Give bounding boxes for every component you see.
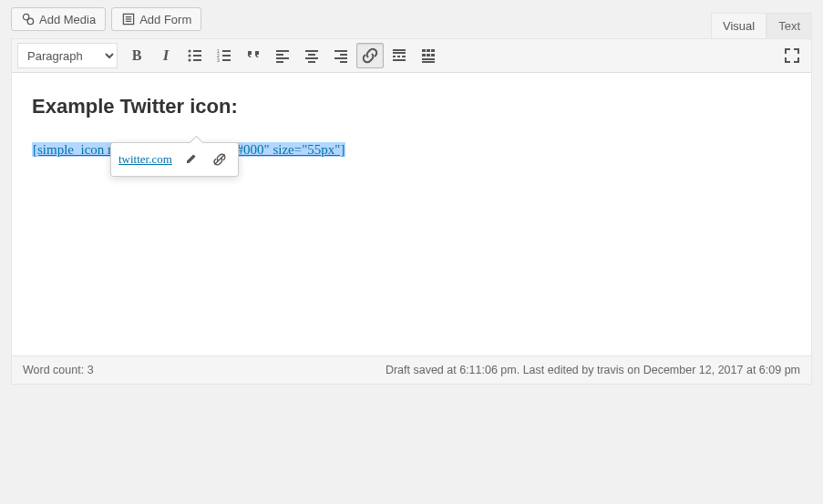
editor-container: Paragraph B I 123 <box>11 38 812 385</box>
svg-rect-24 <box>305 57 318 59</box>
link-button[interactable] <box>356 43 384 68</box>
add-media-label: Add Media <box>39 13 96 26</box>
quote-icon <box>244 46 262 65</box>
align-right-button[interactable] <box>327 43 355 68</box>
svg-rect-20 <box>276 57 289 59</box>
tab-text[interactable]: Text <box>766 13 812 38</box>
svg-point-6 <box>189 50 191 53</box>
tab-visual[interactable]: Visual <box>711 13 766 38</box>
svg-rect-38 <box>431 49 435 52</box>
svg-rect-11 <box>193 59 201 61</box>
bold-button[interactable]: B <box>123 43 150 68</box>
format-select[interactable]: Paragraph <box>17 43 118 68</box>
blockquote-button[interactable] <box>240 43 267 68</box>
save-info: Draft saved at 6:11:06 pm. Last edited b… <box>386 364 800 376</box>
svg-rect-42 <box>422 58 435 60</box>
svg-rect-41 <box>431 54 435 57</box>
media-icon <box>21 12 36 26</box>
add-form-label: Add Form <box>139 13 191 26</box>
toolbar-toggle-button[interactable] <box>415 43 442 68</box>
toolbar: Paragraph B I 123 <box>12 39 811 73</box>
editor-content-area[interactable]: Example Twitter icon: [simple_icon name=… <box>12 73 811 355</box>
numbered-list-button[interactable]: 123 <box>211 43 238 68</box>
svg-rect-13 <box>222 50 231 52</box>
svg-rect-34 <box>402 56 406 57</box>
svg-rect-19 <box>276 54 283 56</box>
unlink-icon <box>212 152 227 167</box>
svg-point-1 <box>27 18 33 24</box>
form-icon <box>121 12 136 26</box>
svg-rect-30 <box>393 49 406 51</box>
align-left-button[interactable] <box>269 43 296 68</box>
svg-rect-21 <box>276 61 283 63</box>
svg-rect-32 <box>393 56 396 57</box>
svg-rect-37 <box>427 49 430 52</box>
pencil-icon <box>183 152 198 167</box>
svg-rect-33 <box>397 56 400 57</box>
status-bar: Word count: 3 Draft saved at 6:11:06 pm.… <box>12 355 811 384</box>
align-right-icon <box>332 46 350 65</box>
remove-link-button[interactable] <box>209 149 231 170</box>
svg-rect-26 <box>334 50 347 52</box>
svg-rect-22 <box>305 50 318 52</box>
bullet-list-icon <box>186 46 204 65</box>
svg-rect-43 <box>422 61 435 63</box>
add-form-button[interactable]: Add Form <box>111 7 201 31</box>
add-media-button[interactable]: Add Media <box>11 7 106 31</box>
link-icon <box>361 46 379 65</box>
svg-rect-18 <box>276 50 289 52</box>
svg-rect-36 <box>422 49 426 52</box>
align-left-icon <box>273 46 292 65</box>
toolbar-toggle-icon <box>419 46 437 65</box>
svg-rect-25 <box>308 61 315 63</box>
svg-rect-39 <box>422 54 426 57</box>
align-center-button[interactable] <box>298 43 325 68</box>
align-center-icon <box>303 46 321 65</box>
content-heading: Example Twitter icon: <box>32 95 791 118</box>
svg-rect-7 <box>193 50 201 52</box>
italic-button[interactable]: I <box>152 43 180 68</box>
link-popover: twitter.com <box>110 142 239 177</box>
svg-rect-29 <box>340 61 347 63</box>
bullet-list-button[interactable] <box>181 43 209 68</box>
svg-rect-35 <box>393 59 406 61</box>
svg-point-10 <box>189 59 191 62</box>
svg-rect-17 <box>222 59 231 61</box>
svg-rect-27 <box>340 54 347 56</box>
svg-rect-23 <box>308 54 315 56</box>
svg-rect-9 <box>193 55 201 57</box>
svg-rect-15 <box>222 55 231 57</box>
svg-point-8 <box>189 55 191 57</box>
svg-text:3: 3 <box>217 57 220 63</box>
read-more-icon <box>390 46 408 65</box>
fullscreen-icon <box>783 46 801 65</box>
svg-rect-40 <box>427 54 430 57</box>
fullscreen-button[interactable] <box>778 43 806 68</box>
link-popover-url[interactable]: twitter.com <box>118 152 172 167</box>
word-count: Word count: 3 <box>23 364 94 376</box>
edit-link-button[interactable] <box>180 149 201 170</box>
numbered-list-icon: 123 <box>215 46 233 65</box>
read-more-button[interactable] <box>386 43 413 68</box>
svg-rect-28 <box>334 57 347 59</box>
svg-rect-31 <box>393 52 406 54</box>
